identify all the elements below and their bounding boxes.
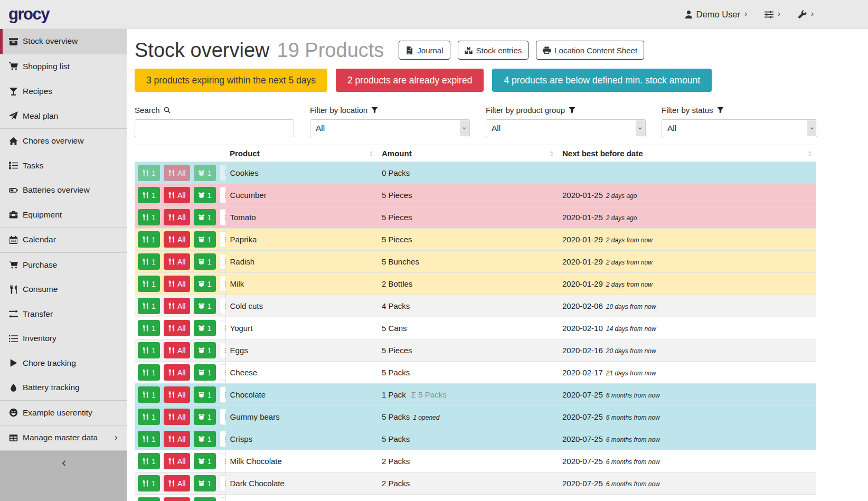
consume-all-button[interactable]: All	[164, 342, 190, 358]
sidebar-item[interactable]: Inventory	[0, 326, 127, 351]
consume-all-button[interactable]: All	[164, 209, 190, 225]
row-menu-button[interactable]	[220, 298, 225, 314]
consume-all-button[interactable]: All	[164, 165, 190, 181]
consume-one-button[interactable]: 1	[138, 409, 160, 425]
consume-all-button[interactable]: All	[164, 497, 190, 501]
consume-one-button[interactable]: 1	[138, 298, 160, 314]
consume-one-button[interactable]: 1	[138, 187, 160, 203]
open-one-button[interactable]: 1	[194, 231, 216, 248]
row-menu-button[interactable]	[220, 342, 225, 358]
open-one-button[interactable]: 1	[194, 342, 216, 358]
row-menu-button[interactable]	[220, 386, 225, 403]
open-one-button[interactable]: 1	[194, 497, 216, 501]
consume-one-button[interactable]: 1	[138, 497, 160, 501]
consume-all-button[interactable]: All	[164, 231, 190, 248]
location-content-sheet-button[interactable]: Location Content Sheet	[536, 41, 644, 60]
consume-all-button[interactable]: All	[164, 187, 190, 203]
product-column-header[interactable]: Product	[225, 145, 378, 162]
open-one-button[interactable]: 1	[194, 165, 216, 181]
consume-one-button[interactable]: 1	[138, 364, 160, 381]
sidebar-item[interactable]: Equipment	[0, 203, 127, 228]
consume-all-button[interactable]: All	[164, 475, 190, 491]
open-one-button[interactable]: 1	[194, 209, 216, 225]
consume-one-button[interactable]: 1	[138, 453, 160, 469]
consume-all-button[interactable]: All	[164, 431, 190, 447]
journal-button[interactable]: Journal	[399, 41, 450, 60]
consume-one-button[interactable]: 1	[138, 431, 160, 447]
consume-one-button[interactable]: 1	[138, 253, 160, 270]
open-one-button[interactable]: 1	[194, 431, 216, 447]
search-input[interactable]	[135, 120, 294, 137]
app-logo[interactable]: grocy	[8, 5, 49, 24]
consume-one-button[interactable]: 1	[138, 320, 160, 336]
row-menu-button[interactable]	[220, 165, 225, 181]
open-one-button[interactable]: 1	[194, 364, 216, 381]
consume-one-button[interactable]: 1	[138, 209, 160, 225]
best-before-column-header[interactable]: Next best before date	[558, 145, 816, 162]
sidebar-item[interactable]: Manage master data	[0, 426, 127, 450]
expiring-alert[interactable]: 3 products expiring within the next 5 da…	[135, 69, 327, 92]
row-menu-button[interactable]	[220, 453, 225, 469]
consume-one-button[interactable]: 1	[138, 475, 160, 491]
location-select[interactable]: All	[310, 119, 470, 137]
open-one-button[interactable]: 1	[194, 276, 216, 292]
product-group-select[interactable]: All	[486, 119, 646, 137]
row-menu-button[interactable]	[220, 409, 225, 425]
below-min-stock-alert[interactable]: 4 products are below defined min. stock …	[492, 69, 712, 92]
admin-menu[interactable]	[798, 10, 815, 19]
row-menu-button[interactable]	[220, 209, 225, 225]
product-cell: Cold cuts	[225, 295, 378, 317]
open-one-button[interactable]: 1	[194, 187, 216, 203]
consume-all-button[interactable]: All	[164, 364, 190, 381]
row-menu-button[interactable]	[220, 276, 225, 292]
consume-all-button[interactable]: All	[164, 298, 190, 314]
sidebar-item[interactable]: Stock overview	[0, 29, 127, 54]
sidebar-item[interactable]: Chores overview	[0, 129, 127, 154]
row-menu-button[interactable]	[220, 364, 225, 381]
sidebar-item[interactable]: Calendar	[0, 228, 127, 252]
consume-one-button[interactable]: 1	[138, 386, 160, 403]
consume-all-button[interactable]: All	[164, 453, 190, 469]
open-one-button[interactable]: 1	[194, 298, 216, 314]
sidebar-item[interactable]: Tasks	[0, 154, 127, 178]
sidebar-item[interactable]: Chore tracking	[0, 351, 127, 376]
open-one-button[interactable]: 1	[194, 386, 216, 403]
sidebar-item[interactable]: Shopping list	[0, 54, 127, 79]
consume-one-button[interactable]: 1	[138, 276, 160, 292]
open-one-button[interactable]: 1	[194, 475, 216, 491]
row-menu-button[interactable]	[220, 231, 225, 248]
row-menu-button[interactable]	[220, 431, 225, 447]
consume-all-button[interactable]: All	[164, 386, 190, 403]
stock-entries-button[interactable]: Stock entries	[458, 41, 529, 60]
row-menu-button[interactable]	[220, 497, 225, 501]
amount-column-header[interactable]: Amount	[378, 145, 558, 162]
consume-all-button[interactable]: All	[164, 409, 190, 425]
consume-one-button[interactable]: 1	[138, 165, 160, 181]
consume-one-button[interactable]: 1	[138, 231, 160, 248]
row-menu-button[interactable]	[220, 187, 225, 203]
row-menu-button[interactable]	[220, 253, 225, 270]
sidebar-item[interactable]: Example userentity	[0, 401, 127, 426]
status-select[interactable]: All	[662, 119, 817, 137]
sidebar-item[interactable]: Battery tracking	[0, 375, 127, 400]
sidebar-item[interactable]: Transfer	[0, 302, 127, 327]
open-one-button[interactable]: 1	[194, 253, 216, 270]
sidebar-collapse-button[interactable]	[60, 459, 68, 467]
consume-all-button[interactable]: All	[164, 320, 190, 336]
sidebar-item[interactable]: Consume	[0, 277, 127, 302]
open-one-button[interactable]: 1	[194, 320, 216, 336]
sidebar-item[interactable]: Batteries overview	[0, 178, 127, 203]
consume-one-button[interactable]: 1	[138, 342, 160, 358]
sidebar-item[interactable]: Meal plan	[0, 104, 127, 129]
row-menu-button[interactable]	[220, 320, 225, 336]
sidebar-item[interactable]: Recipes	[0, 79, 127, 104]
consume-all-button[interactable]: All	[164, 253, 190, 270]
user-menu[interactable]: Demo User	[684, 10, 749, 20]
sidebar-item[interactable]: Purchase	[0, 253, 127, 278]
expired-alert[interactable]: 2 products are already expired	[336, 69, 484, 92]
row-menu-button[interactable]	[220, 475, 225, 491]
settings-menu[interactable]	[765, 10, 782, 19]
consume-all-button[interactable]: All	[164, 276, 190, 292]
open-one-button[interactable]: 1	[194, 453, 216, 469]
open-one-button[interactable]: 1	[194, 409, 216, 425]
